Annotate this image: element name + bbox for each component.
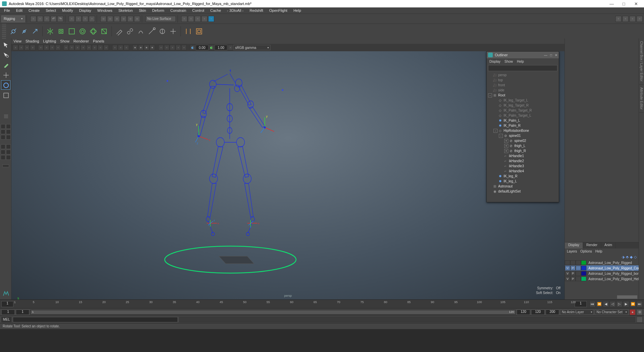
layer-r-toggle[interactable] xyxy=(576,276,581,281)
go-end-icon[interactable]: ⏭ xyxy=(637,301,643,307)
shelf-tabs-handle[interactable] xyxy=(2,24,6,39)
menu-redshift[interactable]: Redshift xyxy=(247,8,266,13)
misc-icon[interactable] xyxy=(2,165,9,167)
select-hierarchy-icon[interactable]: ▫ xyxy=(69,16,75,22)
outliner-item[interactable]: ◇IK_Palm_Target_R xyxy=(487,108,559,113)
layer-r-toggle[interactable] xyxy=(576,260,581,265)
step-fwd-key-icon[interactable]: ⏩ xyxy=(630,301,636,307)
pt-motion-icon[interactable]: ▫ xyxy=(103,45,109,50)
menu-constrain[interactable]: Constrain xyxy=(168,8,189,13)
layout4-icon[interactable] xyxy=(6,150,11,154)
pt-shadow-icon[interactable]: ▫ xyxy=(86,45,92,50)
outliner-titlebar[interactable]: Outliner — □ ✕ xyxy=(487,52,559,58)
pt-l1-icon[interactable]: ● xyxy=(132,45,138,50)
exposure-field[interactable]: 0.00 xyxy=(196,45,208,50)
move-tool-icon[interactable] xyxy=(1,70,10,80)
outliner-item[interactable]: ◇IK_leg_Target_L xyxy=(487,98,559,103)
snap-point-icon[interactable]: ○ xyxy=(114,16,120,22)
range-end-in[interactable]: 120 xyxy=(517,310,530,315)
paint-weights-icon[interactable] xyxy=(115,27,124,36)
range-bar[interactable]: 1 120 xyxy=(31,310,515,314)
exposure-icon[interactable]: ◐ xyxy=(190,45,195,50)
skin-bind-icon[interactable] xyxy=(99,27,109,36)
layer-list[interactable]: Astronaut_Low_Poly_RiggedVPAstronaut_Low… xyxy=(565,260,639,282)
snap-curve-icon[interactable]: ○ xyxy=(107,16,113,22)
gamma-dropdown[interactable]: sRGB gamma xyxy=(233,45,270,50)
render-icon4[interactable]: ▫ xyxy=(201,16,207,22)
layer-menu-help[interactable]: Help xyxy=(595,250,602,253)
redo-icon[interactable]: ↷ xyxy=(57,16,63,22)
pt-light-icon[interactable]: ▫ xyxy=(80,45,86,50)
outliner-min-icon[interactable]: — xyxy=(544,53,547,57)
menu-create[interactable]: Create xyxy=(26,8,42,13)
orient-joint-icon[interactable] xyxy=(56,27,66,36)
menu-display[interactable]: Display xyxy=(76,8,94,13)
outliner-search-input[interactable] xyxy=(488,65,557,71)
workspace-dropdown[interactable]: Rigging xyxy=(1,16,25,22)
menu-deform[interactable]: Deform xyxy=(150,8,167,13)
render-icon2[interactable]: ▫ xyxy=(188,16,194,22)
undo-icon[interactable]: ↶ xyxy=(51,16,57,22)
pt-res-icon[interactable]: ▫ xyxy=(55,45,61,50)
render-icon1[interactable]: ▫ xyxy=(181,16,187,22)
ik-handle-icon[interactable] xyxy=(67,27,76,36)
outliner-item[interactable]: ✱IK_leg_R xyxy=(487,174,559,179)
pt-img-icon[interactable]: ▫ xyxy=(30,45,35,50)
go-start-icon[interactable]: ⏮ xyxy=(589,301,595,307)
pt-cam-icon[interactable]: ▫ xyxy=(19,45,24,50)
panel-menu-lighting[interactable]: Lighting xyxy=(43,39,56,43)
layer-sel-icon[interactable]: ◇ xyxy=(634,255,637,259)
outliner-item[interactable]: -⊘spine01 xyxy=(487,133,559,138)
step-back-icon[interactable]: ◀ xyxy=(603,301,609,307)
layer-color-swatch[interactable] xyxy=(581,276,586,281)
outliner-item[interactable]: ⊞Astronaut xyxy=(487,184,559,189)
menu-openflight[interactable]: OpenFlight xyxy=(266,8,290,13)
layer-p-toggle[interactable] xyxy=(570,260,576,265)
last-tool-icon[interactable] xyxy=(1,111,10,121)
outliner-item[interactable]: ◇IK_Palm_Target_L xyxy=(487,113,559,118)
layer-p-toggle[interactable]: P xyxy=(570,271,576,276)
pt-l4-icon[interactable]: ● xyxy=(150,45,155,50)
command-input[interactable] xyxy=(13,317,178,322)
live-surface-dropdown[interactable]: No Live Surface xyxy=(146,16,176,22)
pt-wf-icon[interactable]: ▫ xyxy=(63,45,69,50)
time-slider[interactable]: 1 15101520253035404550556065707580859095… xyxy=(0,299,644,308)
pt-select-icon[interactable]: ▫ xyxy=(13,45,18,50)
layer-r-toggle[interactable] xyxy=(576,266,581,270)
script-editor-icon[interactable] xyxy=(637,317,643,323)
layer-add-icon[interactable]: ⬘ xyxy=(626,255,629,259)
save-scene-icon[interactable]: ▫ xyxy=(44,16,50,22)
outliner-menu-display[interactable]: Display xyxy=(489,60,501,63)
outliner-item[interactable]: ⌐ikHandle4 xyxy=(487,169,559,174)
step-fwd-icon[interactable]: ▶ xyxy=(623,301,629,307)
pt-r1-icon[interactable]: ▫ xyxy=(158,45,164,50)
snap-live-icon[interactable]: ○ xyxy=(127,16,133,22)
pt-iso-icon[interactable]: ▫ xyxy=(112,45,118,50)
outliner-item[interactable]: ✱IK_Palm_L xyxy=(487,118,559,123)
layout2-icon[interactable] xyxy=(6,144,11,149)
outliner-item[interactable]: +⊘thigh_R xyxy=(487,148,559,153)
insert-joint-icon[interactable] xyxy=(20,27,29,36)
snap-plane-icon[interactable]: ○ xyxy=(121,16,127,22)
step-back-key-icon[interactable]: ⏪ xyxy=(596,301,602,307)
menu-cache[interactable]: Cache xyxy=(207,8,224,13)
range-track[interactable]: 1 120 xyxy=(30,310,516,315)
menu--3dtoall-[interactable]: - 3DtoAll - xyxy=(224,8,246,13)
character-set-dropdown[interactable]: No Character Set xyxy=(595,310,629,315)
cmd-language-label[interactable]: MEL xyxy=(1,317,11,322)
menu-help[interactable]: Help xyxy=(291,8,304,13)
panel-menu-show[interactable]: Show xyxy=(60,39,70,43)
pt-grid-icon[interactable]: ▫ xyxy=(38,45,43,50)
viewport[interactable]: y x z y x z xyxy=(11,51,565,299)
mirror-joint-icon[interactable] xyxy=(45,27,55,36)
layout5-icon[interactable] xyxy=(1,155,5,160)
layer-color-swatch[interactable] xyxy=(581,266,586,270)
layer-move-icon[interactable]: ⬗ xyxy=(622,255,624,259)
reroot-joint-icon[interactable] xyxy=(30,27,40,36)
mask3-icon[interactable] xyxy=(1,129,5,134)
maximize-button[interactable]: □ xyxy=(618,1,630,6)
paint-select-icon[interactable] xyxy=(1,60,10,69)
outliner-item[interactable]: +⊘thigh_L xyxy=(487,143,559,148)
new-scene-icon[interactable]: ▫ xyxy=(30,16,36,22)
menu-control[interactable]: Control xyxy=(190,8,207,13)
